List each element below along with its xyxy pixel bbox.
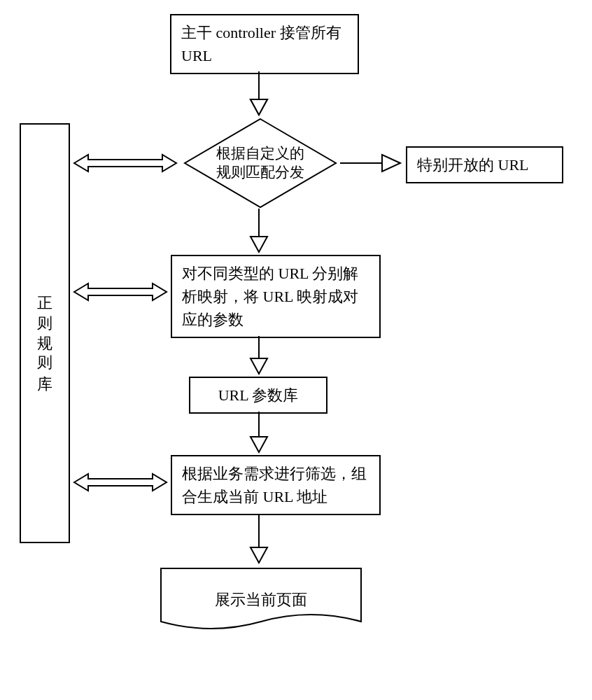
step2-text: 对不同类型的 URL 分别解析映射，将 URL 映射成对应的参数: [182, 265, 358, 328]
svg-marker-16: [251, 547, 267, 563]
svg-marker-2: [251, 99, 267, 115]
decision-label: 根据自定义的 规则匹配分发: [183, 144, 337, 183]
arrow-down-3: [238, 336, 280, 377]
arrow-down-2: [238, 209, 280, 255]
decision-diamond: 根据自定义的 规则匹配分发: [183, 118, 337, 209]
special-url-box: 特别开放的 URL: [406, 146, 563, 183]
arrow-right-special: [340, 151, 403, 175]
arrow-down-5: [238, 515, 280, 566]
step1-box: 主干 controller 接管所有 URL: [170, 14, 359, 74]
svg-marker-13: [251, 437, 267, 452]
param-store-box: URL 参数库: [189, 377, 327, 414]
svg-marker-9: [74, 284, 167, 300]
arrow-down-1: [238, 71, 280, 118]
svg-marker-14: [74, 474, 167, 491]
regex-rule-repo-box: 正则规则库: [20, 123, 70, 543]
display-box: 展示当前页面: [160, 567, 362, 637]
display-text: 展示当前页面: [215, 591, 307, 608]
special-url-text: 特别开放的 URL: [417, 156, 529, 174]
double-arrow-3: [73, 470, 168, 494]
arrow-down-4: [238, 412, 280, 455]
svg-marker-11: [251, 358, 267, 374]
param-store-text: URL 参数库: [218, 386, 299, 404]
decision-line1: 根据自定义的: [216, 145, 304, 162]
step3-text: 根据业务需求进行筛选，组合生成当前 URL 地址: [182, 465, 367, 505]
decision-line2: 规则匹配分发: [216, 164, 304, 181]
step3-box: 根据业务需求进行筛选，组合生成当前 URL 地址: [171, 455, 381, 515]
regex-rule-repo-label: 正则规则库: [34, 284, 55, 382]
double-arrow-2: [73, 280, 168, 304]
svg-marker-4: [74, 155, 176, 172]
step2-box: 对不同类型的 URL 分别解析映射，将 URL 映射成对应的参数: [171, 255, 381, 338]
double-arrow-1: [73, 151, 178, 175]
svg-marker-8: [251, 237, 267, 252]
svg-marker-6: [382, 155, 400, 172]
step1-text: 主干 controller 接管所有 URL: [181, 24, 341, 64]
